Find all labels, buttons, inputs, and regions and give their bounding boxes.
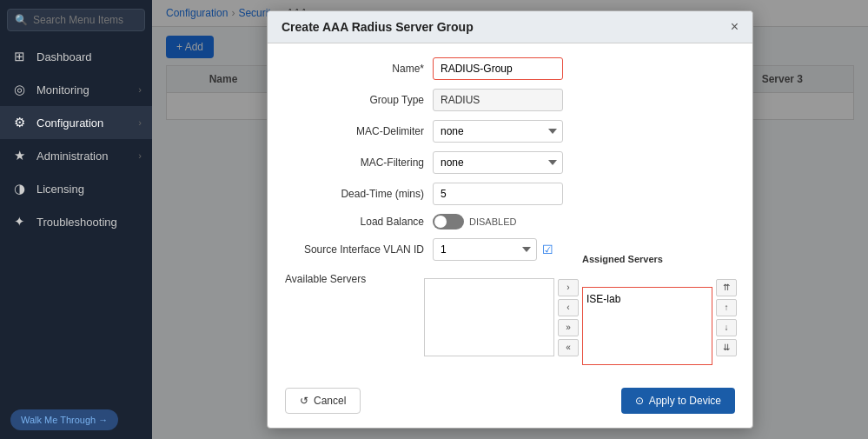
search-input[interactable] xyxy=(33,14,137,26)
order-bottom-button[interactable]: ⇊ xyxy=(716,339,737,356)
assigned-servers-box: ISE-lab xyxy=(582,287,712,365)
mac-delimiter-select[interactable]: none colon hyphen dot xyxy=(433,120,563,143)
name-label: Name* xyxy=(285,63,424,75)
apply-label: Apply to Device xyxy=(649,395,721,407)
load-balance-toggle-container: DISABLED xyxy=(433,214,516,229)
mac-delimiter-label: MAC-Delimiter xyxy=(285,125,424,137)
vlan-checkbox[interactable]: ☑ xyxy=(542,243,553,256)
form-row-group-type: Group Type xyxy=(285,89,735,111)
modal-overlay: Create AAA Radius Server Group × Name* G… xyxy=(152,0,868,439)
mac-filtering-label: MAC-Filtering xyxy=(285,156,424,169)
modal-footer: ↺ Cancel ⊙ Apply to Device xyxy=(268,379,752,428)
move-all-right-button[interactable]: » xyxy=(558,319,579,336)
sidebar-item-label: Configuration xyxy=(36,116,129,130)
sidebar-footer: Walk Me Through → xyxy=(0,401,152,439)
name-input[interactable] xyxy=(433,57,563,80)
dead-time-input[interactable] xyxy=(433,183,563,205)
cancel-label: Cancel xyxy=(314,395,346,407)
monitoring-icon: ◎ xyxy=(10,82,28,97)
sidebar-item-licensing[interactable]: ◑ Licensing xyxy=(0,172,152,205)
toggle-knob xyxy=(434,216,447,228)
search-icon: 🔍 xyxy=(15,14,28,26)
dead-time-label: Dead-Time (mins) xyxy=(285,188,424,200)
order-top-button[interactable]: ⇈ xyxy=(716,279,737,296)
chevron-icon: › xyxy=(138,117,142,128)
sidebar-item-label: Monitoring xyxy=(36,83,129,96)
source-vlan-label: Source Interface VLAN ID xyxy=(285,243,424,256)
move-right-button[interactable]: › xyxy=(558,279,579,296)
transfer-buttons: › ‹ » « xyxy=(558,279,579,356)
source-vlan-select[interactable]: 1 2 xyxy=(433,238,537,261)
available-servers-box xyxy=(424,278,554,356)
sidebar-item-administration[interactable]: ★ Administration › xyxy=(0,139,152,172)
sidebar-item-configuration[interactable]: ⚙ Configuration › xyxy=(0,106,152,139)
sidebar-item-troubleshooting[interactable]: ✦ Troubleshooting xyxy=(0,205,152,238)
group-type-label: Group Type xyxy=(285,94,424,106)
cancel-icon: ↺ xyxy=(300,395,308,407)
form-row-load-balance: Load Balance DISABLED xyxy=(285,214,735,229)
sidebar-item-dashboard[interactable]: ⊞ Dashboard xyxy=(0,40,152,73)
form-row-mac-delimiter: MAC-Delimiter none colon hyphen dot xyxy=(285,120,735,143)
troubleshooting-icon: ✦ xyxy=(10,214,28,229)
assigned-servers-wrapper: Assigned Servers ISE-lab xyxy=(582,269,712,365)
form-row-name: Name* xyxy=(285,57,735,80)
apply-icon: ⊙ xyxy=(635,395,644,407)
configuration-icon: ⚙ xyxy=(10,115,28,130)
modal-body: Name* Group Type MAC-Delimiter none colo… xyxy=(268,43,752,379)
search-bar[interactable]: 🔍 xyxy=(7,9,145,31)
order-buttons: ⇈ ↑ ↓ ⇊ xyxy=(716,279,737,356)
assigned-servers-header: Assigned Servers xyxy=(582,254,663,264)
chevron-icon: › xyxy=(138,150,142,161)
servers-layout: › ‹ » « Assigned Servers ISE-lab xyxy=(424,269,737,365)
sidebar-item-label: Dashboard xyxy=(36,50,142,63)
modal-title: Create AAA Radius Server Group xyxy=(282,20,474,34)
available-servers-label: Available Servers xyxy=(285,269,424,285)
modal-header: Create AAA Radius Server Group × xyxy=(268,11,752,43)
administration-icon: ★ xyxy=(10,148,28,163)
cancel-button[interactable]: ↺ Cancel xyxy=(285,388,361,414)
form-row-mac-filtering: MAC-Filtering none mac-address xyxy=(285,151,735,174)
load-balance-label: Load Balance xyxy=(285,216,424,228)
move-all-left-button[interactable]: « xyxy=(558,339,579,356)
apply-to-device-button[interactable]: ⊙ Apply to Device xyxy=(621,388,735,414)
assigned-server-item: ISE-lab xyxy=(586,291,708,307)
order-down-button[interactable]: ↓ xyxy=(716,319,737,336)
modal-close-button[interactable]: × xyxy=(731,20,739,34)
sidebar-item-label: Licensing xyxy=(36,183,142,196)
main-content: Configuration › Security › AAA + Add Nam… xyxy=(152,0,868,439)
form-row-source-vlan: Source Interface VLAN ID 1 2 ☑ xyxy=(285,238,735,261)
dashboard-icon: ⊞ xyxy=(10,49,28,64)
create-aaa-dialog: Create AAA Radius Server Group × Name* G… xyxy=(267,10,753,429)
sidebar: 🔍 ⊞ Dashboard ◎ Monitoring › ⚙ Configura… xyxy=(0,0,152,439)
sidebar-item-label: Troubleshooting xyxy=(36,216,142,229)
group-type-input xyxy=(433,89,563,111)
toggle-status-label: DISABLED xyxy=(469,216,516,227)
walk-me-button[interactable]: Walk Me Through → xyxy=(10,409,118,430)
licensing-icon: ◑ xyxy=(10,181,28,196)
form-row-dead-time: Dead-Time (mins) xyxy=(285,183,735,205)
move-left-button[interactable]: ‹ xyxy=(558,299,579,316)
sidebar-item-monitoring[interactable]: ◎ Monitoring › xyxy=(0,73,152,106)
sidebar-item-label: Administration xyxy=(36,150,129,163)
mac-filtering-select[interactable]: none mac-address xyxy=(433,151,563,174)
order-up-button[interactable]: ↑ xyxy=(716,299,737,316)
chevron-icon: › xyxy=(138,84,142,95)
source-vlan-row: 1 2 ☑ xyxy=(433,238,553,261)
load-balance-toggle[interactable] xyxy=(433,214,464,229)
servers-section: Available Servers › ‹ » « xyxy=(285,269,735,365)
